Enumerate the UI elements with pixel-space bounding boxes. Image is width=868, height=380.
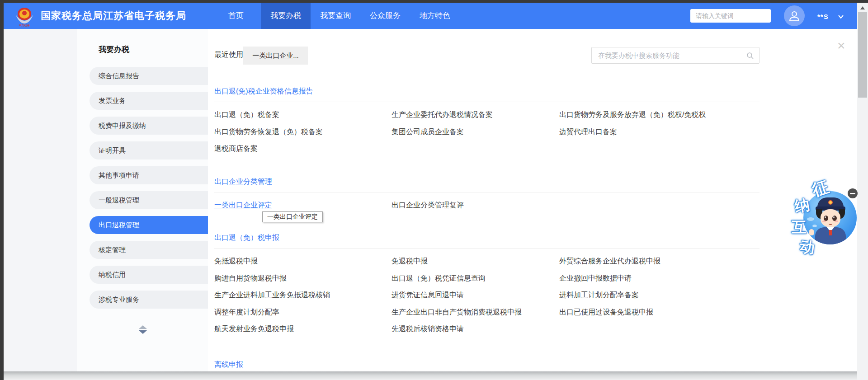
service-link[interactable]: 免抵退税申报 — [214, 253, 258, 270]
section-divider — [214, 248, 760, 249]
window-frame-left — [0, 0, 4, 380]
section-grid: 免抵退税申报免退税申报外贸综合服务企业代办退税申报购进自用货物退税申报出口退（免… — [214, 253, 760, 338]
sidebar-item[interactable]: 涉税专业服务 — [90, 291, 208, 309]
search-icon[interactable] — [746, 52, 754, 59]
service-link[interactable]: 退税商店备案 — [214, 140, 258, 157]
service-link[interactable]: 出口退（免）税备案 — [214, 106, 279, 123]
scroll-down-icon — [139, 330, 147, 334]
sidebar-scroll-arrows[interactable] — [138, 325, 147, 334]
panel-search — [591, 47, 760, 64]
section-grid: 一类出口企业评定出口企业分类管理复评 — [214, 197, 760, 214]
page: 中国税务 国家税务总局江苏省电子税务局 首页我要办税我要查询公众服务地方特色 *… — [0, 0, 868, 380]
sidebar-item[interactable]: 出口退税管理 — [90, 216, 208, 234]
sidebar-item[interactable]: 证明开具 — [90, 141, 208, 160]
page-backdrop — [4, 29, 77, 371]
scroll-up-icon — [139, 325, 147, 329]
mascot-blush — [835, 220, 838, 222]
mascot-uniform — [815, 227, 846, 244]
service-section: 出口企业分类管理一类出口企业评定出口企业分类管理复评 — [214, 176, 760, 214]
nav-item[interactable]: 公众服务 — [360, 3, 410, 29]
service-link[interactable]: 航天发射业务免退税申报 — [214, 320, 294, 338]
sidebar-item[interactable]: 其他事项申请 — [90, 166, 208, 184]
service-link[interactable]: 先退税后核销资格申请 — [392, 320, 464, 338]
mascot-bubble[interactable] — [803, 191, 857, 244]
user-avatar[interactable] — [784, 5, 805, 26]
sidebar-item[interactable]: 核定管理 — [90, 241, 208, 259]
service-link[interactable]: 生产企业出口非自产货物消费税退税申报 — [392, 304, 522, 321]
nav-item[interactable]: 首页 — [211, 3, 261, 29]
service-sections: 出口退(免)税企业资格信息报告出口退（免）税备案生产企业委托代办退税情况备案出口… — [214, 86, 760, 380]
app-header: 中国税务 国家税务总局江苏省电子税务局 首页我要办税我要查询公众服务地方特色 *… — [4, 3, 857, 29]
service-link[interactable]: 购进自用货物退税申报 — [214, 270, 287, 287]
sidebar-item[interactable]: 综合信息报告 — [90, 67, 208, 85]
section-title-link[interactable]: 离线申报 — [214, 359, 243, 370]
header-search-input[interactable] — [695, 12, 778, 20]
sidebar-item[interactable]: 一般退税管理 — [90, 191, 208, 209]
close-icon[interactable]: × — [837, 39, 845, 52]
service-link[interactable]: 出口退（免）税凭证信息查询 — [392, 270, 486, 287]
widget-label-char: 纳 — [793, 194, 811, 217]
minimize-widget-button[interactable] — [848, 188, 858, 198]
service-link[interactable]: 外贸综合服务企业代办退税申报 — [559, 253, 660, 270]
sidebar: 我要办税 综合信息报告发票业务税费申报及缴纳证明开具其他事项申请一般退税管理出口… — [77, 29, 208, 371]
mascot-hand — [809, 229, 814, 235]
service-link[interactable]: 进货凭证信息回退申请 — [392, 286, 464, 304]
page-bottom-edge — [4, 371, 857, 380]
sidebar-menu: 综合信息报告发票业务税费申报及缴纳证明开具其他事项申请一般退税管理出口退税管理核… — [90, 67, 208, 315]
service-section: 出口退(免)税企业资格信息报告出口退（免）税备案生产企业委托代办退税情况备案出口… — [214, 86, 760, 157]
service-link[interactable]: 免退税申报 — [392, 253, 428, 270]
service-link[interactable]: 进料加工计划分配率备案 — [559, 286, 639, 304]
service-link[interactable]: 集团公司成员企业备案 — [392, 123, 464, 141]
scrollbar-up-arrow[interactable] — [860, 6, 865, 9]
service-link[interactable]: 边贸代理出口备案 — [559, 123, 617, 141]
sidebar-item[interactable]: 发票业务 — [90, 92, 208, 110]
nav-item[interactable]: 我要办税 — [261, 3, 311, 29]
mascot-mouth — [829, 222, 832, 225]
mascot-blush — [822, 220, 826, 222]
scrollbar-thumb[interactable] — [858, 12, 867, 98]
user-icon — [788, 9, 801, 22]
header-search — [690, 9, 771, 23]
service-section: 出口退（免）税申报免抵退税申报免退税申报外贸综合服务企业代办退税申报购进自用货物… — [214, 232, 760, 338]
mascot-tie — [829, 230, 832, 235]
service-link[interactable]: 生产企业进料加工业务免抵退税核销 — [214, 286, 330, 304]
service-link[interactable]: 出口已使用过设备免退税申报 — [559, 304, 653, 321]
mascot-hat-badge — [828, 200, 833, 205]
username[interactable]: **S — [817, 3, 829, 29]
tax-emblem-logo: 中国税务 — [14, 5, 35, 27]
primary-nav: 首页我要办税我要查询公众服务地方特色 — [211, 3, 460, 29]
chevron-down-icon[interactable] — [838, 14, 844, 19]
section-divider — [214, 102, 760, 102]
service-link[interactable]: 调整年度计划分配率 — [214, 304, 279, 321]
service-link[interactable]: 出口企业分类管理复评 — [392, 197, 464, 214]
widget-label-char: 动 — [798, 236, 816, 258]
sidebar-item[interactable]: 税费申报及缴纳 — [90, 117, 208, 135]
service-link[interactable]: 企业撤回申报数据申请 — [559, 270, 632, 287]
section-title-link[interactable]: 出口企业分类管理 — [214, 176, 272, 187]
section-title-link[interactable]: 出口退（免）税申报 — [214, 232, 279, 243]
section-grid: 出口退（免）税备案生产企业委托代办退税情况备案出口货物劳务及服务放弃退（免）税权… — [214, 106, 760, 157]
nav-item[interactable]: 我要查询 — [311, 3, 360, 29]
tax-interaction-widget: 征纳互动 — [789, 178, 863, 260]
service-link[interactable]: 出口货物劳务及服务放弃退（免）税权/免税权 — [559, 106, 706, 123]
site-title: 国家税务总局江苏省电子税务局 — [41, 3, 186, 29]
service-link[interactable]: 一类出口企业评定 — [214, 197, 272, 214]
bubble-decor — [812, 225, 817, 227]
sidebar-title: 我要办税 — [99, 44, 129, 55]
widget-label-char: 互 — [792, 217, 807, 238]
section-title-link[interactable]: 出口退(免)税企业资格信息报告 — [214, 86, 313, 97]
mascot-face — [821, 209, 840, 227]
service-link[interactable]: 出口货物劳务恢复退（免）税备案 — [214, 123, 323, 141]
bubble-decor — [807, 217, 814, 221]
section-divider — [214, 192, 760, 192]
recent-used-chip[interactable]: 一类出口企业... — [243, 47, 308, 65]
service-link[interactable]: 生产企业委托代办退税情况备案 — [392, 106, 493, 123]
sidebar-item[interactable]: 纳税信用 — [90, 266, 208, 284]
panel-search-input[interactable] — [597, 51, 746, 60]
svg-text:中国税务: 中国税务 — [19, 24, 30, 27]
hover-tooltip: 一类出口企业评定 — [262, 211, 323, 222]
nav-item[interactable]: 地方特色 — [410, 3, 460, 29]
megamenu-panel: 最近使用： 一类出口企业... × 出口退(免)税企业资格信息报告出口退（免）税… — [208, 29, 857, 371]
